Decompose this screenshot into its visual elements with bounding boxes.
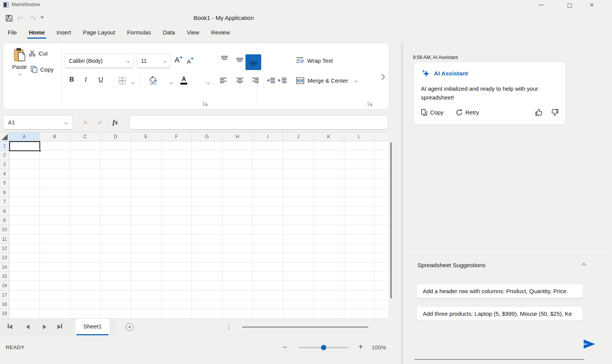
cell[interactable] bbox=[192, 216, 223, 225]
cell[interactable] bbox=[375, 253, 388, 262]
cell[interactable] bbox=[375, 141, 388, 150]
row-header-7[interactable]: 7 bbox=[0, 197, 9, 206]
cell[interactable] bbox=[344, 272, 375, 281]
cell[interactable] bbox=[101, 272, 131, 281]
cell[interactable] bbox=[40, 263, 70, 272]
cell[interactable] bbox=[9, 188, 40, 197]
zoom-in-button[interactable]: + bbox=[358, 343, 363, 351]
cell[interactable] bbox=[223, 281, 253, 290]
font-family-combobox[interactable]: Calibri (Body) bbox=[65, 54, 134, 68]
row-header-9[interactable]: 9 bbox=[0, 216, 9, 225]
cell[interactable] bbox=[131, 225, 162, 234]
collapse-suggestions-icon[interactable] bbox=[581, 263, 586, 266]
cell[interactable] bbox=[283, 253, 314, 262]
cut-button[interactable]: Cut bbox=[29, 50, 47, 57]
cell[interactable] bbox=[162, 178, 192, 188]
cell[interactable] bbox=[70, 291, 101, 300]
cell[interactable] bbox=[283, 160, 314, 169]
cell[interactable] bbox=[283, 207, 314, 216]
fill-handle[interactable] bbox=[39, 150, 41, 152]
cell[interactable] bbox=[70, 300, 101, 309]
cell[interactable] bbox=[131, 188, 162, 197]
copy-button[interactable]: Copy bbox=[30, 65, 54, 73]
cell[interactable] bbox=[131, 216, 162, 225]
row-header-12[interactable]: 12 bbox=[0, 244, 9, 253]
cell[interactable] bbox=[70, 244, 101, 253]
cell[interactable] bbox=[375, 263, 388, 272]
add-sheet-button[interactable]: + bbox=[126, 323, 134, 331]
cell[interactable] bbox=[131, 169, 162, 178]
grow-font-button[interactable]: A bbox=[175, 56, 183, 64]
cell[interactable] bbox=[283, 169, 314, 178]
cell[interactable] bbox=[344, 178, 375, 188]
cell[interactable] bbox=[131, 197, 162, 206]
cell[interactable] bbox=[192, 178, 223, 188]
cell[interactable] bbox=[375, 225, 388, 234]
copy-message-button[interactable]: Copy bbox=[421, 109, 443, 116]
row-header-13[interactable]: 13 bbox=[0, 253, 9, 262]
zoom-out-button[interactable]: − bbox=[283, 343, 287, 352]
cell[interactable] bbox=[344, 207, 375, 216]
merge-center-dropdown-icon[interactable] bbox=[354, 79, 358, 82]
cell[interactable] bbox=[70, 235, 101, 244]
cell[interactable] bbox=[162, 150, 192, 160]
cell[interactable] bbox=[162, 309, 192, 318]
cell[interactable] bbox=[40, 216, 70, 225]
cell[interactable] bbox=[375, 291, 388, 300]
cell[interactable] bbox=[223, 309, 253, 318]
cell[interactable] bbox=[131, 300, 162, 309]
cell[interactable] bbox=[9, 169, 40, 178]
zoom-slider[interactable] bbox=[299, 347, 349, 348]
row-header-5[interactable]: 5 bbox=[0, 178, 9, 188]
cell[interactable] bbox=[283, 281, 314, 290]
column-header-K[interactable]: K bbox=[314, 132, 344, 141]
cell[interactable] bbox=[70, 207, 101, 216]
cell[interactable] bbox=[162, 216, 192, 225]
cell[interactable] bbox=[9, 309, 40, 318]
cell[interactable] bbox=[344, 300, 375, 309]
cell[interactable] bbox=[40, 272, 70, 281]
cell[interactable] bbox=[192, 291, 223, 300]
cell[interactable] bbox=[162, 235, 192, 244]
cell[interactable] bbox=[70, 188, 101, 197]
cell[interactable] bbox=[162, 272, 192, 281]
cell[interactable] bbox=[70, 272, 101, 281]
cell[interactable] bbox=[40, 253, 70, 262]
sheet-tab-sheet1[interactable]: Sheet1 bbox=[75, 319, 110, 335]
cell[interactable] bbox=[223, 188, 253, 197]
cell[interactable] bbox=[131, 178, 162, 188]
cell[interactable] bbox=[40, 141, 70, 150]
cell[interactable] bbox=[101, 207, 131, 216]
cell[interactable] bbox=[314, 150, 344, 160]
cell[interactable] bbox=[9, 216, 40, 225]
align-bottom-button[interactable] bbox=[245, 54, 261, 70]
cell[interactable] bbox=[162, 225, 192, 234]
cell[interactable] bbox=[192, 244, 223, 253]
align-left-button[interactable] bbox=[220, 77, 229, 83]
cell[interactable] bbox=[70, 309, 101, 318]
cell[interactable] bbox=[70, 281, 101, 290]
cell[interactable] bbox=[131, 150, 162, 160]
cell[interactable] bbox=[314, 263, 344, 272]
cell[interactable] bbox=[223, 141, 253, 150]
fill-color-button[interactable] bbox=[148, 76, 158, 86]
row-header-19[interactable]: 19 bbox=[0, 309, 9, 318]
cell[interactable] bbox=[344, 263, 375, 272]
cell[interactable] bbox=[223, 160, 253, 169]
cell[interactable] bbox=[314, 216, 344, 225]
cell[interactable] bbox=[131, 244, 162, 253]
cell[interactable] bbox=[344, 235, 375, 244]
last-sheet-icon[interactable] bbox=[57, 324, 64, 330]
cell[interactable] bbox=[253, 160, 283, 169]
cell[interactable] bbox=[314, 141, 344, 150]
cell[interactable] bbox=[70, 225, 101, 234]
cell[interactable] bbox=[223, 216, 253, 225]
decrease-indent-button[interactable] bbox=[267, 77, 276, 84]
cell[interactable] bbox=[283, 263, 314, 272]
cell[interactable] bbox=[70, 169, 101, 178]
cell[interactable] bbox=[40, 178, 70, 188]
cell[interactable] bbox=[131, 207, 162, 216]
cell[interactable] bbox=[344, 150, 375, 160]
column-header-F[interactable]: F bbox=[162, 132, 192, 141]
vertical-scrollbar[interactable] bbox=[390, 142, 392, 299]
